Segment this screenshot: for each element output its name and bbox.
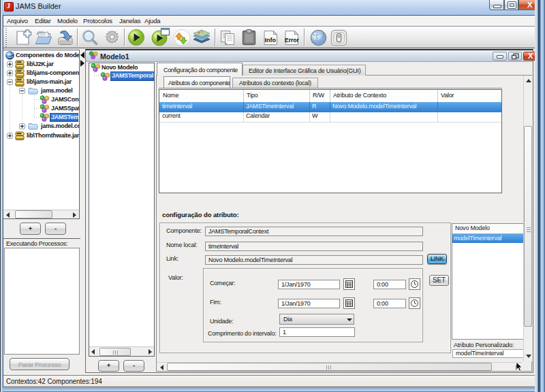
svg-text:Info: Info bbox=[265, 37, 277, 44]
svg-text:Error: Error bbox=[285, 37, 299, 44]
